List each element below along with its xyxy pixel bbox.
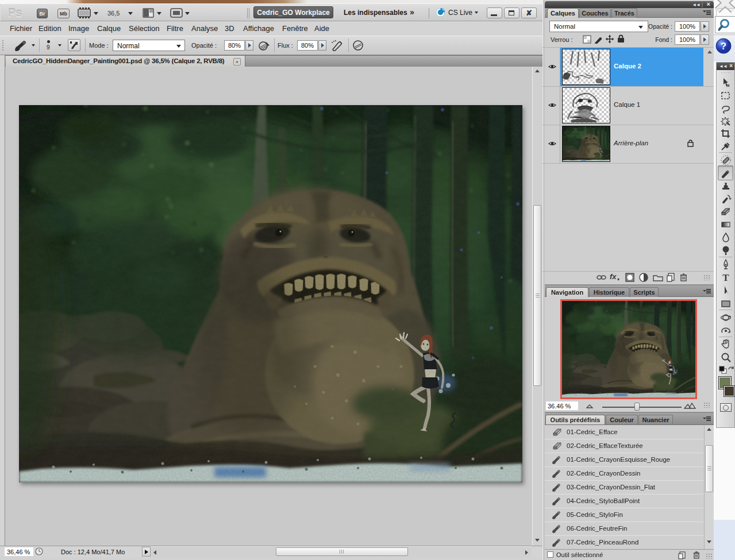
svg-text:?: ? <box>721 41 726 52</box>
svg-text:T: T <box>722 272 729 283</box>
